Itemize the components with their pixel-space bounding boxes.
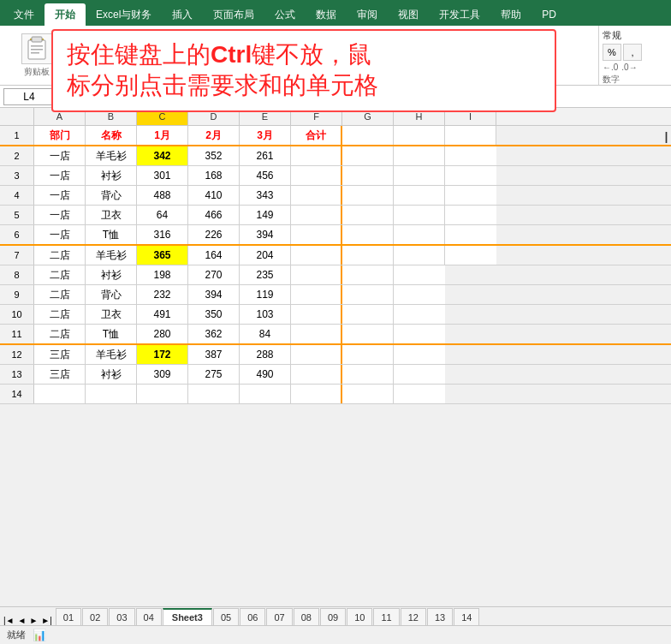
sheet-tab-12[interactable]: 12 bbox=[401, 608, 426, 625]
tab-home[interactable]: 开始 bbox=[45, 3, 86, 26]
data-row-5: 5 一店 卫衣 64 466 149 bbox=[0, 206, 671, 225]
sheet-tab-07[interactable]: 07 bbox=[266, 608, 292, 625]
cell-5-D[interactable]: 466 bbox=[188, 206, 240, 224]
cell-5-B[interactable]: 卫衣 bbox=[86, 206, 137, 224]
cell-3-F[interactable] bbox=[291, 166, 342, 185]
cell-5-A[interactable]: 一店 bbox=[34, 206, 86, 224]
percent-button[interactable]: % bbox=[603, 44, 621, 61]
cell-6-F[interactable] bbox=[291, 225, 342, 244]
sheet-nav-last[interactable]: ►| bbox=[39, 616, 54, 625]
cell-3-A[interactable]: 一店 bbox=[34, 166, 86, 185]
sheet-tab-03[interactable]: 03 bbox=[109, 608, 134, 625]
row-num-14: 14 bbox=[0, 385, 34, 403]
cell-2-F[interactable] bbox=[291, 146, 342, 165]
tab-page-layout[interactable]: 页面布局 bbox=[203, 3, 264, 26]
cell-7-F[interactable] bbox=[291, 246, 342, 265]
percent-comma-row: % , bbox=[603, 44, 668, 61]
sheet-nav-prev[interactable]: ◄ bbox=[16, 616, 28, 625]
sheet-tab-01[interactable]: 01 bbox=[56, 608, 81, 625]
tab-excel-finance[interactable]: Excel与财务 bbox=[86, 3, 162, 26]
cell-7-D[interactable]: 164 bbox=[188, 246, 240, 265]
svg-rect-5 bbox=[31, 52, 39, 54]
cell-2-G[interactable] bbox=[342, 146, 394, 165]
cell-2-I[interactable] bbox=[445, 146, 496, 165]
clipboard-label: 剪贴板 bbox=[24, 66, 50, 78]
data-row-6: 6 一店 T恤 316 226 394 bbox=[0, 225, 671, 246]
sheet-tab-08[interactable]: 08 bbox=[294, 608, 319, 625]
cell-1-C[interactable]: 1月 bbox=[137, 126, 188, 145]
cell-7-E[interactable]: 204 bbox=[240, 246, 291, 265]
sheet-nav-next[interactable]: ► bbox=[27, 616, 39, 625]
cell-1-E[interactable]: 3月 bbox=[240, 126, 291, 145]
paste-button[interactable] bbox=[21, 33, 52, 64]
row-num-5: 5 bbox=[0, 206, 34, 224]
svg-rect-2 bbox=[32, 37, 42, 42]
cell-3-E[interactable]: 456 bbox=[240, 166, 291, 185]
app-window: 文件 开始 Excel与财务 插入 页面布局 公式 数据 审阅 视图 开发工具 … bbox=[0, 0, 671, 644]
number-section-label: 数字 bbox=[603, 74, 668, 86]
cell-1-B[interactable]: 名称 bbox=[86, 126, 137, 145]
tab-formulas[interactable]: 公式 bbox=[264, 3, 306, 26]
data-row-7: 7 二店 羊毛衫 365 164 204 bbox=[0, 246, 671, 265]
cell-4-B[interactable]: 背心 bbox=[86, 186, 137, 205]
cell-4-A[interactable]: 一店 bbox=[34, 186, 86, 205]
tab-pd[interactable]: PD bbox=[531, 3, 567, 26]
cell-3-C[interactable]: 301 bbox=[137, 166, 188, 185]
sheet-tab-06[interactable]: 06 bbox=[240, 608, 265, 625]
sheet-tab-14[interactable]: 14 bbox=[454, 608, 479, 625]
cell-6-D[interactable]: 226 bbox=[188, 225, 240, 244]
row-num-10: 10 bbox=[0, 305, 34, 324]
cell-5-E[interactable]: 149 bbox=[240, 206, 291, 224]
tab-file[interactable]: 文件 bbox=[3, 3, 45, 26]
row-num-11: 11 bbox=[0, 325, 34, 343]
tab-review[interactable]: 审阅 bbox=[347, 3, 388, 26]
data-row-11: 11 二店 T恤 280 362 84 bbox=[0, 325, 671, 345]
sheet-tab-05[interactable]: 05 bbox=[213, 608, 239, 625]
tab-developer[interactable]: 开发工具 bbox=[429, 3, 490, 26]
cursor-indicator: I bbox=[664, 126, 666, 606]
cell-6-A[interactable]: 一店 bbox=[34, 225, 86, 244]
cell-4-D[interactable]: 410 bbox=[188, 186, 240, 205]
cell-4-F[interactable] bbox=[291, 186, 342, 205]
tab-help[interactable]: 帮助 bbox=[490, 3, 531, 26]
cell-1-I[interactable] bbox=[445, 126, 496, 145]
name-box[interactable]: L4 bbox=[3, 88, 55, 105]
cell-7-A[interactable]: 二店 bbox=[34, 246, 86, 265]
cell-2-B[interactable]: 羊毛衫 bbox=[86, 146, 137, 165]
cell-1-F[interactable]: 合计 bbox=[291, 126, 342, 145]
sheet-tab-09[interactable]: 09 bbox=[320, 608, 346, 625]
cell-6-C[interactable]: 316 bbox=[137, 225, 188, 244]
cell-2-D[interactable]: 352 bbox=[188, 146, 240, 165]
sheet-tab-11[interactable]: 11 bbox=[373, 608, 399, 625]
tab-data[interactable]: 数据 bbox=[306, 3, 347, 26]
cell-4-C[interactable]: 488 bbox=[137, 186, 188, 205]
cell-7-C[interactable]: 365 bbox=[137, 246, 188, 265]
cell-2-E[interactable]: 261 bbox=[240, 146, 291, 165]
cell-6-E[interactable]: 394 bbox=[240, 225, 291, 244]
cell-1-H[interactable] bbox=[394, 126, 445, 145]
cell-1-G[interactable] bbox=[342, 126, 394, 145]
cell-2-H[interactable] bbox=[394, 146, 445, 165]
status-icon: 📊 bbox=[33, 629, 46, 641]
tooltip-box: 按住键盘上的Ctrl键不放，鼠标分别点击需要求和的单元格 bbox=[51, 29, 556, 112]
sheet-tab-13[interactable]: 13 bbox=[427, 608, 453, 625]
cell-2-C[interactable]: 342 bbox=[137, 146, 188, 165]
cell-5-C[interactable]: 64 bbox=[137, 206, 188, 224]
cell-4-E[interactable]: 343 bbox=[240, 186, 291, 205]
tab-insert[interactable]: 插入 bbox=[162, 3, 203, 26]
tab-view[interactable]: 视图 bbox=[388, 3, 429, 26]
cell-7-B[interactable]: 羊毛衫 bbox=[86, 246, 137, 265]
cell-3-B[interactable]: 衬衫 bbox=[86, 166, 137, 185]
cell-1-D[interactable]: 2月 bbox=[188, 126, 240, 145]
cell-5-F[interactable] bbox=[291, 206, 342, 224]
sheet-tab-02[interactable]: 02 bbox=[82, 608, 108, 625]
sheet-tab-sheet3[interactable]: Sheet3 bbox=[163, 608, 212, 625]
cell-6-B[interactable]: T恤 bbox=[86, 225, 137, 244]
sheet-tab-10[interactable]: 10 bbox=[347, 608, 372, 625]
comma-button[interactable]: , bbox=[623, 44, 642, 61]
cell-3-D[interactable]: 168 bbox=[188, 166, 240, 185]
cell-2-A[interactable]: 一店 bbox=[34, 146, 86, 165]
sheet-nav-first[interactable]: |◄ bbox=[2, 616, 16, 625]
cell-1-A[interactable]: 部门 bbox=[34, 126, 86, 145]
sheet-tab-04[interactable]: 04 bbox=[136, 608, 162, 625]
